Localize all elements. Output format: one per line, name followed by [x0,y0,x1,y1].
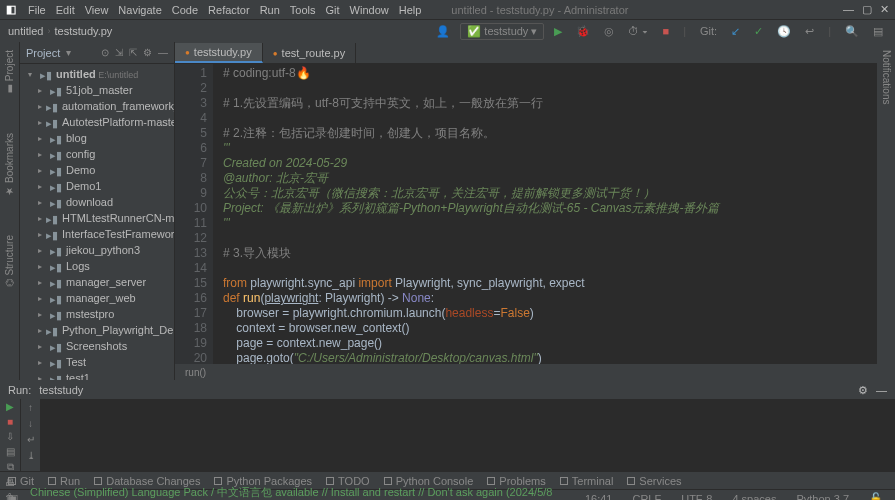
tree-item[interactable]: ▸▸▮Test [20,354,174,370]
tree-item[interactable]: ▸▸▮test1 [20,370,174,380]
right-tool-strip: Notifications [877,40,895,380]
line-separator[interactable]: CRLF [628,493,665,501]
tree-item[interactable]: ▸▸▮manager_web [20,290,174,306]
tree-item[interactable]: ▸▸▮InterfaceTestFramework [20,226,174,242]
tree-item[interactable]: ▸▸▮AutotestPlatform-master [20,114,174,130]
caret-position[interactable]: 16:41 [581,493,617,501]
editor-tab[interactable]: ●test_route.py [263,43,356,63]
app-icon: ◧ [6,3,16,16]
search-icon[interactable]: 🔍 [841,23,863,40]
project-tree[interactable]: ▾▸▮untitled E:\untitled▸▸▮51job_master▸▸… [20,64,174,380]
tree-item[interactable]: ▸▸▮Screenshots [20,338,174,354]
filter-icon[interactable]: ⧉ [4,461,16,473]
line-gutter[interactable]: 12345678910111213141516171819202122 [175,64,213,364]
up-nav-icon[interactable]: ↑ [25,401,37,413]
menubar: ◧ FileEditViewNavigateCodeRefactorRunToo… [0,0,895,20]
menu-code[interactable]: Code [172,4,198,16]
tree-item[interactable]: ▾▸▮untitled E:\untitled [20,66,174,82]
expand-all-icon[interactable]: ⇲ [115,47,123,58]
code-text[interactable]: # coding:utf-8🔥# 1.先设置编码，utf-8可支持中英文，如上，… [213,64,895,364]
menu-view[interactable]: View [85,4,109,16]
menu-tools[interactable]: Tools [290,4,316,16]
profile-button[interactable]: ⏱ ▾ [624,23,652,39]
menu-git[interactable]: Git [326,4,340,16]
editor-tabs: ●teststudy.py●test_route.py [175,42,895,64]
toolwindows-icon[interactable]: ▣ [8,492,18,500]
file-encoding[interactable]: UTF-8 [677,493,716,501]
tree-item[interactable]: ▸▸▮HTMLtestRunnerCN-master [20,210,174,226]
down-icon[interactable]: ⇩ [4,431,16,442]
project-tool-tab[interactable]: ▮ Project [4,46,15,99]
git-rollback-icon[interactable]: ↩ [801,23,818,40]
tree-item[interactable]: ▸▸▮download [20,194,174,210]
git-update-icon[interactable]: ↙ [727,23,744,40]
scroll-icon[interactable]: ⤓ [25,449,37,461]
window-minimize[interactable]: — [843,3,854,16]
tree-item[interactable]: ▸▸▮mstestpro [20,306,174,322]
run-settings-icon[interactable]: ⚙ [858,384,868,397]
readonly-icon[interactable]: 🔓 [865,492,887,500]
tool-services[interactable]: Services [627,475,681,487]
editor-tab[interactable]: ●teststudy.py [175,43,263,63]
wrap-icon[interactable]: ↵ [25,433,37,445]
left-tool-strip: ▮ Project ★ Bookmarks ⌬ Structure [0,42,20,380]
debug-button[interactable]: 🐞 [572,23,594,40]
run-config-select[interactable]: ✅ teststudy ▾ [460,23,544,40]
run-output[interactable] [40,399,895,471]
tree-item[interactable]: ▸▸▮Python_Playwright_Demo [20,322,174,338]
tree-item[interactable]: ▸▸▮jiekou_python3 [20,242,174,258]
statusbar: ▣ Chinese (Simplified) Language Pack / 中… [0,489,895,500]
git-commit-icon[interactable]: ✓ [750,23,767,40]
hide-icon[interactable]: — [158,47,168,58]
menu-file[interactable]: File [28,4,46,16]
stop-button[interactable]: ■ [659,23,674,39]
run-panel-config[interactable]: teststudy [39,384,83,396]
tree-item[interactable]: ▸▸▮automation_framework_demo [20,98,174,114]
git-history-icon[interactable]: 🕓 [773,23,795,40]
code-breadcrumb[interactable]: run() [175,364,895,380]
stop-icon[interactable]: ■ [4,416,16,427]
chevron-right-icon: › [47,26,50,36]
git-label: Git: [696,23,721,39]
tree-item[interactable]: ▸▸▮Demo [20,162,174,178]
menu-help[interactable]: Help [399,4,422,16]
tree-item[interactable]: ▸▸▮51job_master [20,82,174,98]
run-hide-icon[interactable]: — [876,384,887,396]
user-icon[interactable]: 👤 [432,23,454,40]
menu-run[interactable]: Run [260,4,280,16]
menu-edit[interactable]: Edit [56,4,75,16]
rerun-icon[interactable]: ▶ [4,401,16,412]
down-nav-icon[interactable]: ↓ [25,417,37,429]
python-interpreter[interactable]: Python 3.7 [792,493,853,501]
status-message[interactable]: Chinese (Simplified) Language Pack / 中文语… [30,485,569,500]
settings-icon[interactable]: ▤ [869,23,887,40]
structure-tool-tab[interactable]: ⌬ Structure [4,231,15,291]
run-panel-label: Run: [8,384,31,396]
menu-window[interactable]: Window [350,4,389,16]
layout-icon[interactable]: ▤ [4,446,16,457]
window-close[interactable]: ✕ [880,3,889,16]
tree-item[interactable]: ▸▸▮config [20,146,174,162]
project-panel: Project ▾ ⊙ ⇲ ⇱ ⚙ — ▾▸▮untitled E:\untit… [20,42,175,380]
breadcrumb[interactable]: untitled › teststudy.py [8,25,112,37]
menu-refactor[interactable]: Refactor [208,4,250,16]
tree-item[interactable]: ▸▸▮manager_server [20,274,174,290]
select-opened-icon[interactable]: ⊙ [101,47,109,58]
run-toolbar: ▶ ■ ⇩ ▤ ⧉ 🖶 🗑 [0,399,20,471]
gear-icon[interactable]: ⚙ [143,47,152,58]
tree-item[interactable]: ▸▸▮blog [20,130,174,146]
window-title: untitled - teststudy.py - Administrator [451,4,628,16]
chevron-down-icon[interactable]: ▾ [66,47,71,58]
notifications-tool-tab[interactable]: Notifications [881,50,892,104]
bookmarks-tool-tab[interactable]: ★ Bookmarks [4,129,15,201]
navbar: untitled › teststudy.py 👤 ✅ teststudy ▾ … [0,20,895,42]
indent-setting[interactable]: 4 spaces [728,493,780,501]
coverage-button[interactable]: ◎ [600,23,618,40]
run-button[interactable]: ▶ [550,23,566,40]
run-panel: Run: teststudy ⚙ — ▶ ■ ⇩ ▤ ⧉ 🖶 🗑 ↑ ↓ ↵ ⤓ [0,380,895,471]
tree-item[interactable]: ▸▸▮Demo1 [20,178,174,194]
collapse-all-icon[interactable]: ⇱ [129,47,137,58]
tree-item[interactable]: ▸▸▮Logs [20,258,174,274]
menu-navigate[interactable]: Navigate [118,4,161,16]
window-maximize[interactable]: ▢ [862,3,872,16]
